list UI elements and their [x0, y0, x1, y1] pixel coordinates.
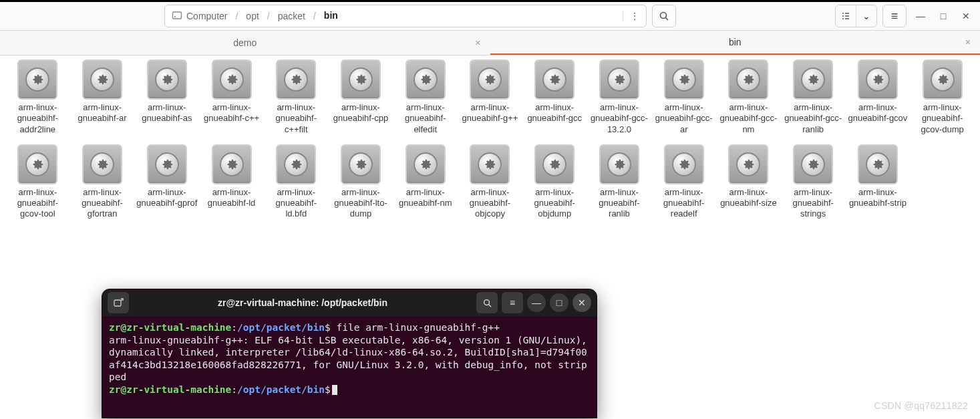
file-item[interactable]: arm-linux-gnueabihf-objcopy — [458, 143, 522, 220]
executable-icon — [728, 144, 768, 184]
tab-close-button[interactable]: × — [475, 37, 480, 48]
terminal-menu-button[interactable]: ≡ — [502, 292, 523, 313]
file-item[interactable]: arm-linux-gnueabihf-readelf — [651, 143, 716, 220]
terminal-search-button[interactable] — [476, 292, 498, 313]
executable-icon — [212, 144, 252, 184]
window-close-button[interactable]: ✕ — [957, 7, 975, 25]
file-item[interactable]: arm-linux-gnueabihf-gfortran — [70, 143, 135, 220]
hamburger-menu-button[interactable]: ≡ — [882, 5, 907, 27]
file-label: arm-linux-gnueabihf-as — [136, 102, 198, 124]
file-item[interactable]: arm-linux-gnueabihf-ld — [199, 143, 264, 220]
executable-icon — [147, 59, 187, 100]
executable-icon — [534, 59, 575, 100]
svg-point-5 — [484, 299, 489, 305]
pathbar-root[interactable]: Computer — [165, 10, 234, 23]
file-label: arm-linux-gnueabihf-strings — [782, 187, 844, 220]
executable-icon — [470, 144, 510, 184]
file-item[interactable]: arm-linux-gnueabihf-lto-dump — [329, 143, 393, 220]
tab-label: demo — [233, 37, 257, 48]
file-grid: arm-linux-gnueabihf-addr2linearm-linux-g… — [0, 55, 980, 223]
svg-point-2 — [661, 13, 667, 19]
executable-icon — [341, 59, 381, 100]
terminal-titlebar: zr@zr-virtual-machine: /opt/packet/bin ≡… — [102, 289, 597, 316]
file-item[interactable]: arm-linux-gnueabihf-c++filt — [264, 58, 329, 135]
file-item[interactable]: arm-linux-gnueabihf-cpp — [329, 58, 393, 135]
file-item[interactable]: arm-linux-gnueabihf-gcc — [522, 58, 587, 135]
tab-demo[interactable]: demo × — [0, 31, 490, 55]
file-item[interactable]: arm-linux-gnueabihf-c++ — [199, 58, 264, 135]
file-item[interactable]: arm-linux-gnueabihf-strings — [781, 143, 846, 220]
file-label: arm-linux-gnueabihf-c++ — [201, 102, 263, 124]
file-item[interactable]: arm-linux-gnueabihf-gcc-nm — [716, 58, 781, 135]
file-item[interactable]: arm-linux-gnueabihf-objdump — [522, 143, 587, 220]
terminal-cursor — [332, 385, 337, 395]
file-item[interactable]: arm-linux-gnueabihf-ranlib — [587, 143, 652, 220]
terminal-close-button[interactable]: ✕ — [573, 293, 591, 312]
file-label: arm-linux-gnueabihf-elfedit — [395, 102, 456, 135]
executable-icon — [17, 59, 57, 100]
file-item[interactable]: arm-linux-gnueabihf-g++ — [458, 58, 522, 135]
executable-icon — [17, 144, 57, 184]
terminal-maximize-button[interactable]: □ — [550, 293, 568, 312]
file-item[interactable]: arm-linux-gnueabihf-gprof — [134, 143, 199, 220]
tab-label: bin — [729, 37, 742, 47]
file-label: arm-linux-gnueabihf-ld — [201, 187, 263, 209]
svg-line-3 — [666, 18, 669, 21]
file-item[interactable]: arm-linux-gnueabihf-strip — [846, 143, 911, 220]
executable-icon — [923, 59, 963, 100]
svg-line-6 — [488, 304, 490, 306]
executable-icon — [276, 59, 316, 100]
window-minimize-button[interactable]: — — [912, 7, 929, 25]
tab-bin[interactable]: bin × — [490, 31, 981, 55]
terminal-body[interactable]: zr@zr-virtual-machine:/opt/packet/bin$ f… — [102, 316, 597, 401]
file-label: arm-linux-gnueabihf-gcc-ranlib — [782, 102, 844, 135]
file-item[interactable]: arm-linux-gnueabihf-gcc-13.2.0 — [587, 58, 652, 135]
executable-icon — [82, 59, 122, 100]
executable-icon — [858, 144, 898, 184]
file-item[interactable]: arm-linux-gnueabihf-gcov-dump — [910, 58, 975, 135]
executable-icon — [405, 59, 446, 100]
view-dropdown-button[interactable]: ⌄ — [856, 5, 876, 27]
search-button[interactable] — [652, 5, 676, 27]
file-item[interactable]: arm-linux-gnueabihf-nm — [393, 143, 458, 220]
file-manager-tabs: demo × bin × — [0, 31, 980, 55]
executable-icon — [405, 144, 446, 184]
file-item[interactable]: arm-linux-gnueabihf-ar — [70, 58, 135, 135]
pathbar-seg-packet[interactable]: packet — [271, 11, 312, 21]
pathbar-seg-bin[interactable]: bin — [317, 10, 345, 22]
pathbar-menu-button[interactable]: ⋮ — [623, 11, 646, 21]
terminal-prompt-user: zr@zr-virtual-machine — [109, 322, 231, 333]
window-maximize-button[interactable]: □ — [935, 7, 952, 25]
file-item[interactable]: arm-linux-gnueabihf-gcc-ranlib — [781, 58, 846, 135]
executable-icon — [534, 144, 575, 184]
executable-icon — [858, 59, 898, 100]
file-item[interactable]: arm-linux-gnueabihf-elfedit — [393, 58, 458, 135]
chevron-down-icon: ⌄ — [862, 11, 870, 21]
file-item[interactable]: arm-linux-gnueabihf-size — [716, 143, 781, 220]
file-label: arm-linux-gnueabihf-gcov — [847, 102, 909, 124]
terminal-new-tab-button[interactable] — [108, 292, 129, 313]
pathbar: Computer / opt / packet / bin ⋮ — [164, 5, 647, 27]
file-label: arm-linux-gnueabihf-ranlib — [589, 187, 650, 220]
executable-icon — [664, 144, 704, 184]
file-label: arm-linux-gnueabihf-gcov-tool — [7, 187, 68, 220]
file-label: arm-linux-gnueabihf-nm — [395, 187, 456, 209]
file-label: arm-linux-gnueabihf-lto-dump — [330, 187, 391, 220]
file-label: arm-linux-gnueabihf-readelf — [653, 187, 715, 220]
file-item[interactable]: arm-linux-gnueabihf-gcc-ar — [651, 58, 716, 135]
file-item[interactable]: arm-linux-gnueabihf-gcov — [846, 58, 911, 135]
watermark: CSDN @qq76211822 — [874, 400, 968, 411]
tab-close-button[interactable]: × — [965, 37, 971, 47]
file-item[interactable]: arm-linux-gnueabihf-gcov-tool — [5, 143, 70, 220]
file-label: arm-linux-gnueabihf-gcc — [524, 102, 585, 124]
file-item[interactable]: arm-linux-gnueabihf-addr2line — [5, 58, 70, 135]
view-list-button[interactable] — [836, 5, 856, 27]
file-item[interactable]: arm-linux-gnueabihf-ld.bfd — [264, 143, 329, 220]
terminal-minimize-button[interactable]: — — [527, 293, 546, 312]
file-label: arm-linux-gnueabihf-gfortran — [71, 187, 133, 220]
file-label: arm-linux-gnueabihf-objcopy — [459, 187, 520, 220]
executable-icon — [599, 144, 639, 184]
file-item[interactable]: arm-linux-gnueabihf-as — [134, 58, 199, 135]
pathbar-seg-opt[interactable]: opt — [239, 11, 265, 21]
executable-icon — [341, 144, 381, 184]
